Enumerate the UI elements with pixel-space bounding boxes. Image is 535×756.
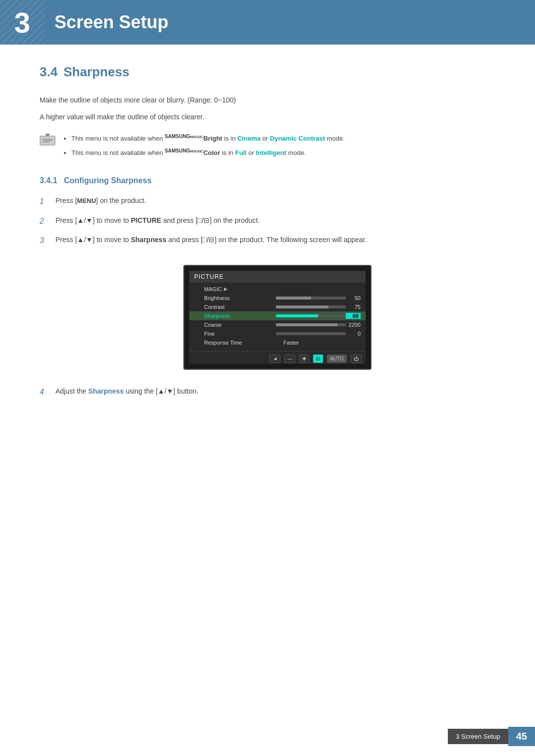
on-screen-menu: PICTURE MAGIC ▶ Brightness	[189, 271, 366, 364]
menu-response-label: Response Time	[194, 340, 281, 346]
steps-list: 1 Press [MENU] on the product. 2 Press […	[40, 195, 495, 247]
menu-contrast-label: Contrast	[194, 304, 274, 310]
menu-header-label: PICTURE	[189, 271, 366, 283]
screen-mockup: PICTURE MAGIC ▶ Brightness	[183, 265, 372, 370]
chapter-title-block: Screen Setup	[45, 0, 535, 45]
step-number-1: 1	[40, 195, 52, 208]
menu-coarse-value: 2200	[346, 322, 361, 328]
footer-btn-minus: —	[284, 354, 295, 363]
footer-btn-power: ⏻	[351, 354, 362, 363]
menu-contrast-value: 75	[346, 304, 361, 310]
note-icon	[40, 134, 55, 148]
step-number-2: 2	[40, 215, 52, 228]
svg-rect-2	[46, 134, 50, 136]
contrast-fill	[276, 305, 328, 308]
screen-footer: ◄ — ✚ ⊟ AUTO ⏻	[189, 351, 366, 364]
brightness-track	[276, 297, 346, 300]
footer-btn-plus: ✚	[299, 354, 309, 363]
menu-item-response: Response Time Faster	[189, 338, 366, 347]
screen-mockup-wrapper: PICTURE MAGIC ▶ Brightness	[59, 255, 495, 380]
step-text-4: Adjust the Sharpness using the [▲/▼] but…	[55, 386, 495, 397]
sharpness-track	[276, 314, 346, 317]
step-3: 3 Press [▲/▼] to move to Sharpness and p…	[40, 234, 495, 247]
menu-sharpness-label: Sharpness	[194, 313, 274, 319]
sharpness-fill	[276, 314, 318, 317]
menu-sharpness-value: 60	[346, 313, 361, 319]
step-number-3: 3	[40, 234, 52, 247]
menu-contrast-bar	[276, 305, 346, 308]
menu-fine-bar	[276, 332, 346, 335]
footer-btn-auto: AUTO	[327, 354, 347, 363]
menu-coarse-bar	[276, 323, 346, 326]
section-title: Sharpness	[63, 64, 129, 80]
menu-item-fine: Fine 0	[189, 329, 366, 338]
menu-brightness-label: Brightness	[194, 295, 274, 301]
coarse-fill	[276, 323, 337, 326]
contrast-track	[276, 305, 346, 308]
menu-magic-arrow: ▶	[224, 286, 228, 292]
menu-sharpness-bar	[276, 314, 346, 317]
subsection-heading: 3.4.1 Configuring Sharpness	[40, 176, 495, 185]
menu-items-list: MAGIC ▶ Brightness 50	[189, 283, 366, 349]
step-text-3: Press [▲/▼] to move to Sharpness and pre…	[55, 234, 495, 245]
menu-item-brightness: Brightness 50	[189, 294, 366, 302]
footer-section-label: 3 Screen Setup	[448, 729, 508, 744]
menu-coarse-label: Coarse	[194, 322, 274, 328]
subsection-title: Configuring Sharpness	[64, 176, 152, 185]
menu-brightness-bar	[276, 297, 346, 300]
menu-item-coarse: Coarse 2200	[189, 320, 366, 329]
menu-fine-value: 0	[346, 331, 361, 337]
intro-paragraph-1: Make the outline of objects more clear o…	[40, 95, 495, 105]
menu-response-value: Faster	[281, 340, 361, 346]
chapter-number: 3	[14, 6, 30, 39]
note-item-1: This menu is not available when SAMSUNGM…	[71, 133, 345, 144]
menu-item-magic: MAGIC ▶	[189, 285, 366, 294]
page-footer: 3 Screen Setup 45	[0, 727, 535, 746]
menu-magic-label: MAGIC	[194, 286, 222, 292]
menu-item-sharpness: Sharpness 60	[189, 311, 366, 320]
step-1: 1 Press [MENU] on the product.	[40, 195, 495, 208]
note-box: This menu is not available when SAMSUNGM…	[40, 133, 495, 161]
note-item-2: This menu is not available when SAMSUNGM…	[71, 147, 345, 158]
brightness-fill	[276, 297, 311, 300]
section-number: 3.4	[40, 64, 57, 80]
step-text-1: Press [MENU] on the product.	[55, 195, 495, 206]
footer-page-number: 45	[508, 727, 535, 746]
footer-btn-back: ◄	[269, 354, 280, 363]
main-content: 3.4 Sharpness Make the outline of object…	[0, 64, 535, 398]
menu-fine-label: Fine	[194, 331, 274, 337]
step-4: 4 Adjust the Sharpness using the [▲/▼] b…	[40, 386, 495, 399]
step-number-4: 4	[40, 386, 52, 399]
note-list: This menu is not available when SAMSUNGM…	[61, 133, 345, 161]
footer-btn-enter: ⊟	[313, 354, 323, 363]
subsection-number: 3.4.1	[40, 176, 57, 185]
chapter-number-block: 3	[0, 0, 45, 45]
menu-brightness-value: 50	[346, 295, 361, 301]
step-2: 2 Press [▲/▼] to move to PICTURE and pre…	[40, 215, 495, 228]
fine-track	[276, 332, 346, 335]
menu-item-contrast: Contrast 75	[189, 302, 366, 311]
chapter-header: 3 Screen Setup	[0, 0, 535, 45]
section-heading: 3.4 Sharpness	[40, 64, 495, 80]
step-text-2: Press [▲/▼] to move to PICTURE and press…	[55, 215, 495, 226]
intro-paragraph-2: A higher value will make the outline of …	[40, 111, 495, 122]
coarse-track	[276, 323, 346, 326]
chapter-title: Screen Setup	[54, 12, 168, 33]
